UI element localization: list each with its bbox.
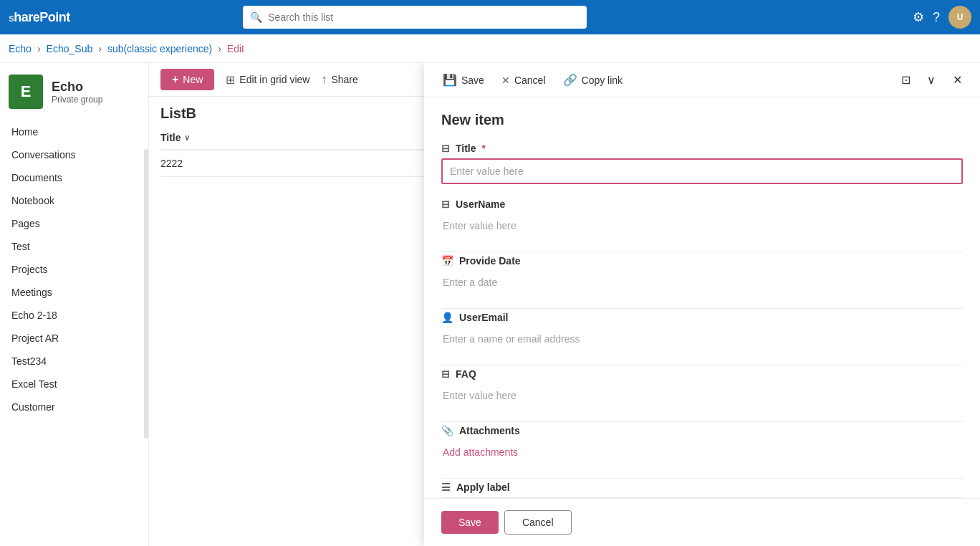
useremail-input[interactable]: Enter a name or email address [441, 327, 963, 350]
faq-input[interactable]: Enter value here [441, 384, 963, 407]
field-username: ⊟ UserName Enter value here [441, 198, 963, 237]
column-title-header[interactable]: Title ∨ [160, 132, 190, 143]
site-header: E Echo Private group [0, 63, 148, 120]
search-bar[interactable]: 🔍 [243, 6, 587, 29]
add-attachments-button[interactable]: Add attachments [441, 441, 963, 464]
title-input[interactable] [441, 158, 963, 184]
divider [441, 421, 963, 422]
divider [441, 308, 963, 309]
site-name: Echo [52, 80, 102, 95]
grid-icon: ⊞ [226, 73, 235, 87]
panel-body: New item ⊟ Title * ⊟ UserName [424, 97, 980, 498]
share-icon: ↑ [321, 73, 327, 86]
title-field-icon: ⊟ [441, 143, 450, 154]
new-button[interactable]: + New [160, 69, 214, 90]
breadcrumb-echo[interactable]: Echo [9, 43, 32, 54]
breadcrumb-edit[interactable]: Edit [227, 43, 244, 54]
footer-cancel-button[interactable]: Cancel [504, 510, 572, 535]
sidebar-item-projects[interactable]: Projects [0, 258, 148, 281]
settings-icon[interactable]: ⚙ [913, 9, 924, 25]
attachment-field-icon: 📎 [441, 425, 453, 436]
sidebar-item-home[interactable]: Home [0, 120, 148, 143]
sidebar-item-exceltest[interactable]: Excel Test [0, 373, 148, 396]
panel-save-button[interactable]: 💾 Save [436, 69, 491, 91]
divider [441, 365, 963, 365]
top-bar-right: ⚙ ? U [913, 6, 971, 29]
field-apply-label: ☰ Apply label None ∨ [441, 482, 963, 498]
avatar[interactable]: U [948, 6, 971, 29]
field-title: ⊟ Title * [441, 143, 963, 184]
scrollbar-thumb [144, 149, 148, 439]
sidebar-item-conversations[interactable]: Conversations [0, 143, 148, 166]
link-icon: 🔗 [563, 73, 577, 87]
sidebar-item-customer[interactable]: Customer [0, 396, 148, 418]
close-icon: ✕ [953, 73, 962, 87]
sidebar-item-projectar[interactable]: Project AR [0, 327, 148, 350]
sidebar-item-documents[interactable]: Documents [0, 166, 148, 189]
sidebar-nav: Home Conversations Documents Notebook Pa… [0, 120, 148, 546]
footer-save-button[interactable]: Save [441, 511, 499, 534]
sidebar-item-test[interactable]: Test [0, 235, 148, 258]
panel-view-toggle-button[interactable]: ⊡ [894, 69, 917, 92]
sort-icon: ∨ [184, 133, 190, 143]
search-input[interactable] [268, 11, 580, 23]
panel-right-actions: ⊡ ∨ ✕ [894, 69, 969, 92]
date-field-icon: 📅 [441, 255, 453, 267]
site-subtext: Private group [52, 95, 102, 105]
username-field-icon: ⊟ [441, 198, 450, 210]
sidebar-item-meetings[interactable]: Meetings [0, 281, 148, 304]
field-attachments: 📎 Attachments Add attachments [441, 425, 963, 464]
site-icon: E [9, 75, 43, 109]
panel-cancel-button[interactable]: ✕ Cancel [494, 70, 553, 90]
panel-footer: Save Cancel [424, 498, 980, 546]
field-useremail: 👤 UserEmail Enter a name or email addres… [441, 312, 963, 350]
breadcrumb-echo-sub[interactable]: Echo_Sub [47, 43, 93, 54]
cancel-icon: ✕ [501, 75, 510, 86]
new-item-panel: 💾 Save ✕ Cancel 🔗 Copy link ⊡ ∨ [424, 63, 980, 546]
panel-close-button[interactable]: ✕ [946, 69, 969, 92]
panel-copy-link-button[interactable]: 🔗 Copy link [556, 69, 630, 91]
view-toggle-icon: ⊡ [901, 73, 911, 87]
sidebar-item-notebook[interactable]: Notebook [0, 189, 148, 212]
share-action[interactable]: ↑ Share [321, 73, 357, 86]
edit-grid-action[interactable]: ⊞ Edit in grid view [226, 73, 309, 87]
panel-title: New item [441, 112, 963, 128]
person-field-icon: 👤 [441, 312, 453, 323]
field-provide-date: 📅 Provide Date Enter a date [441, 255, 963, 294]
panel-expand-button[interactable]: ∨ [920, 69, 943, 92]
sidebar-item-pages[interactable]: Pages [0, 212, 148, 235]
required-indicator: * [482, 143, 486, 154]
top-bar: sharePoint 🔍 ⚙ ? U [0, 0, 980, 34]
username-input[interactable]: Enter value here [441, 214, 963, 237]
search-icon: 🔍 [250, 11, 262, 23]
main-layout: E Echo Private group Home Conversations … [0, 63, 980, 546]
sidebar-item-echo218[interactable]: Echo 2-18 [0, 304, 148, 327]
label-field-icon: ☰ [441, 482, 451, 493]
field-faq: ⊟ FAQ Enter value here [441, 368, 963, 407]
breadcrumb-sub-classic[interactable]: sub(classic experience) [107, 43, 212, 54]
save-icon: 💾 [443, 73, 457, 87]
sidebar-item-test234[interactable]: Test234 [0, 350, 148, 373]
faq-field-icon: ⊟ [441, 368, 450, 380]
plus-icon: + [172, 73, 178, 86]
panel-toolbar: 💾 Save ✕ Cancel 🔗 Copy link ⊡ ∨ [424, 63, 980, 97]
date-input[interactable]: Enter a date [441, 271, 963, 294]
divider [441, 252, 963, 252]
breadcrumb: Echo › Echo_Sub › sub(classic experience… [0, 34, 980, 63]
content-area: + New ⊞ Edit in grid view ↑ Share ListB … [149, 63, 980, 546]
chevron-down-icon: ∨ [927, 73, 936, 87]
sidebar: E Echo Private group Home Conversations … [0, 63, 149, 546]
app-logo: sharePoint [9, 10, 70, 25]
divider [441, 478, 963, 479]
help-icon[interactable]: ? [933, 10, 940, 25]
